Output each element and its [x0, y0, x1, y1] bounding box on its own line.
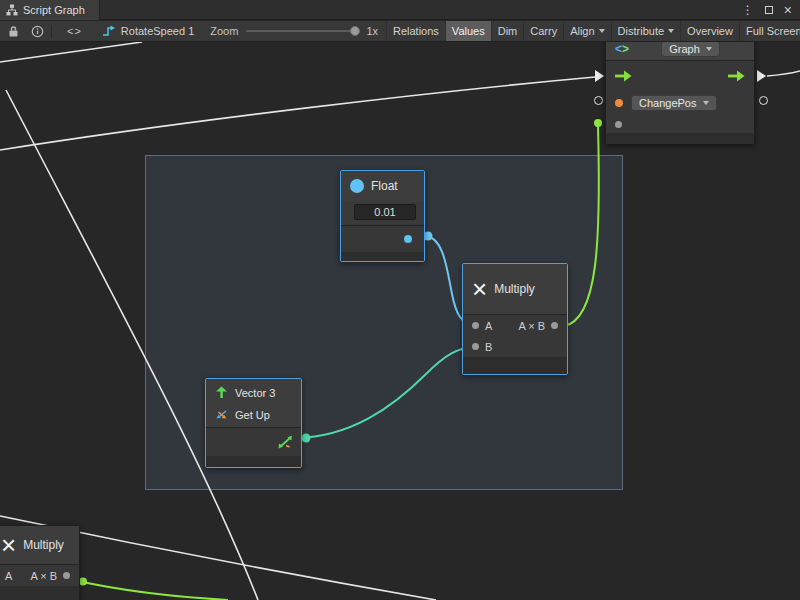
values-button[interactable]: Values	[445, 21, 491, 41]
variable-dropdown[interactable]: ChangePos	[631, 95, 717, 111]
multiply-icon: ×	[472, 276, 487, 302]
dual-arrow-icon	[215, 410, 228, 421]
up-arrow-icon	[215, 386, 228, 399]
port-label: B	[485, 341, 492, 353]
carry-button[interactable]: Carry	[523, 21, 563, 41]
variable-input-port[interactable]	[615, 99, 623, 107]
zoom-slider[interactable]	[246, 30, 358, 32]
vector3-getup-node[interactable]: Vector 3 Get Up	[205, 378, 302, 468]
multiply-node[interactable]: × Multiply A A × B B	[462, 263, 568, 375]
dropdown-arrow-icon	[703, 101, 709, 105]
graph-machine-node[interactable]: <> Graph ChangePos	[605, 36, 755, 144]
float-type-icon	[350, 179, 364, 193]
overview-button[interactable]: Overview	[680, 21, 739, 41]
maximize-icon[interactable]	[765, 6, 773, 14]
float-value-field[interactable]: 0.01	[354, 204, 416, 220]
multiply-input-a-port[interactable]	[472, 322, 479, 329]
float-output-port[interactable]	[404, 235, 412, 243]
node-subtitle: Get Up	[235, 409, 270, 421]
graph-toolbar: <> RotateSpeed 1 Zoom 1x Relations Value…	[0, 21, 800, 42]
multiply-icon: ×	[1, 532, 16, 558]
node-title: Multiply	[23, 538, 64, 552]
toolbar-buttons: Relations Values Dim Carry Align Distrib…	[386, 21, 800, 41]
align-label: Align	[570, 25, 594, 37]
info-icon[interactable]	[31, 21, 44, 41]
multiply-output-port[interactable]	[551, 322, 558, 329]
distribute-button[interactable]: Distribute	[611, 21, 680, 41]
input-ring-port[interactable]	[594, 96, 603, 105]
distribute-label: Distribute	[618, 25, 664, 37]
value-port[interactable]	[615, 121, 622, 128]
flow-in-arrow-icon[interactable]	[595, 70, 604, 82]
variable-dropdown-label: ChangePos	[639, 97, 697, 109]
relations-button[interactable]: Relations	[386, 21, 445, 41]
code-icon: <>	[615, 42, 629, 56]
dropdown-arrow-icon	[599, 29, 605, 33]
graph-dropdown[interactable]: Graph	[661, 41, 720, 57]
dropdown-arrow-icon	[706, 47, 712, 51]
graph-dropdown-label: Graph	[669, 43, 700, 55]
menu-kebab-icon[interactable]: ⋮	[742, 4, 754, 16]
output-ring-port[interactable]	[759, 96, 768, 105]
align-button[interactable]: Align	[563, 21, 610, 41]
multiply-node-partial[interactable]: × Multiply A A × B	[0, 525, 80, 600]
script-graph-tab[interactable]: Script Graph	[0, 0, 100, 20]
dim-button[interactable]: Dim	[491, 21, 524, 41]
port-label: A × B	[30, 570, 57, 582]
float-node[interactable]: Float 0.01	[340, 170, 425, 262]
graph-reference[interactable]: RotateSpeed 1	[102, 25, 194, 37]
multiply-input-b-port[interactable]	[472, 343, 479, 350]
close-icon[interactable]: ×	[784, 4, 792, 16]
graph-ref-label: RotateSpeed 1	[121, 25, 194, 37]
zoom-value: 1x	[366, 25, 378, 37]
window-titlebar: Script Graph ⋮ ×	[0, 0, 800, 20]
graph-ref-icon	[102, 25, 116, 37]
lock-icon[interactable]	[7, 21, 19, 41]
multiply-output-port[interactable]	[63, 572, 70, 579]
window-title: Script Graph	[23, 4, 85, 16]
flow-output-port-icon[interactable]	[728, 70, 745, 82]
dropdown-arrow-icon	[668, 29, 674, 33]
zoom-slider-knob[interactable]	[350, 26, 360, 36]
node-title: Float	[371, 179, 398, 193]
vector3-output-port-icon[interactable]	[278, 435, 293, 449]
flow-out-arrow-icon[interactable]	[757, 70, 766, 82]
zoom-label: Zoom	[210, 25, 238, 37]
port-label: A	[485, 320, 492, 332]
port-label: A × B	[518, 320, 545, 332]
code-toggle-icon[interactable]: <>	[67, 21, 82, 41]
fullscreen-button[interactable]: Full Screen	[739, 21, 800, 41]
script-graph-icon	[6, 4, 18, 16]
node-title: Vector 3	[235, 387, 275, 399]
flow-input-port-icon[interactable]	[615, 70, 632, 82]
port-label: A	[5, 570, 12, 582]
node-title: Multiply	[494, 282, 535, 296]
